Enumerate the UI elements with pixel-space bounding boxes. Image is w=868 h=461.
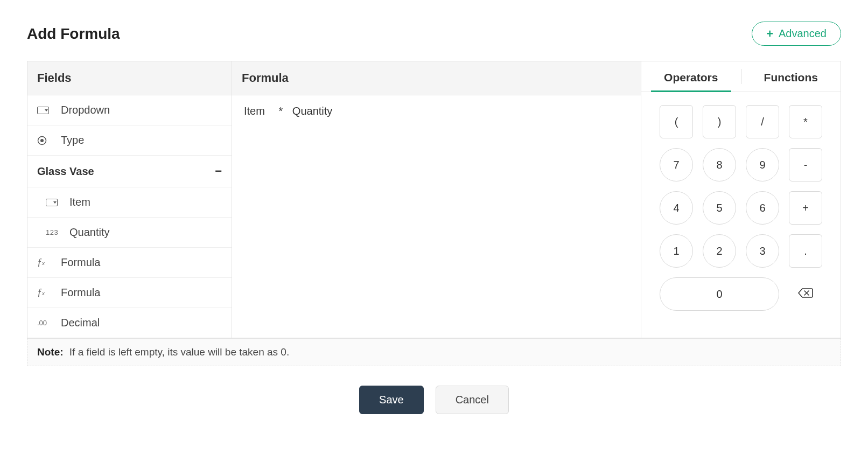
tab-functions[interactable]: Functions [741,61,841,92]
key-6[interactable]: 6 [746,191,779,225]
field-item[interactable]: Item [27,187,232,218]
backspace-icon [798,288,813,301]
fields-header: Fields [27,61,232,95]
page-title: Add Formula [27,25,120,43]
keypad: ( ) / * 7 8 9 - 4 5 6 + 1 2 3 . 0 [641,92,841,326]
operators-column: Operators Functions ( ) / * 7 8 9 - 4 5 … [641,61,841,338]
dropdown-icon [37,107,52,114]
key-rparen[interactable]: ) [703,105,736,138]
formula-token: Quantity [292,105,332,117]
fx-icon: ƒx [37,257,52,268]
right-tabs: Operators Functions [641,61,841,92]
group-label: Glass Vase [37,165,94,178]
key-1[interactable]: 1 [660,234,693,268]
key-plus[interactable]: + [789,191,822,225]
svg-point-2 [40,139,44,142]
decimal-icon: .00 [37,319,52,327]
fields-column: Fields Dropdown Type Glass Vase − Item 1… [27,61,232,338]
formula-token: Item [244,105,265,117]
formula-header: Formula [232,61,641,95]
field-type[interactable]: Type [27,125,232,156]
key-backspace[interactable] [789,277,822,311]
field-formula-1[interactable]: ƒx Formula [27,248,232,278]
plus-icon: + [766,28,773,40]
key-3[interactable]: 3 [746,234,779,268]
dropdown-icon [46,199,61,206]
key-4[interactable]: 4 [660,191,693,225]
note-label: Note: [37,346,64,358]
key-7[interactable]: 7 [660,148,693,181]
key-divide[interactable]: / [746,105,779,138]
key-0[interactable]: 0 [660,277,779,311]
field-label: Quantity [69,226,109,239]
save-button[interactable]: Save [359,386,424,414]
field-label: Item [69,196,90,208]
key-multiply[interactable]: * [789,105,822,138]
note-text: If a field is left empty, its value will… [69,346,289,358]
field-label: Dropdown [61,104,110,116]
field-label: Formula [61,256,100,269]
field-dropdown[interactable]: Dropdown [27,95,232,125]
note-bar: Note: If a field is left empty, its valu… [27,338,841,366]
formula-operator: * [278,105,283,117]
formula-panel: Fields Dropdown Type Glass Vase − Item 1… [27,61,841,338]
fx-icon: ƒx [37,287,52,298]
field-group-glass-vase[interactable]: Glass Vase − [27,156,232,187]
field-formula-2[interactable]: ƒx Formula [27,278,232,308]
collapse-icon: − [215,164,222,178]
number-icon: 123 [46,228,61,236]
cancel-button[interactable]: Cancel [436,386,509,414]
field-quantity[interactable]: 123 Quantity [27,218,232,248]
field-label: Formula [61,287,100,299]
key-9[interactable]: 9 [746,148,779,181]
key-5[interactable]: 5 [703,191,736,225]
tab-operators[interactable]: Operators [641,61,741,92]
field-label: Type [61,134,84,146]
key-lparen[interactable]: ( [660,105,693,138]
radio-icon [37,136,52,145]
footer-actions: Save Cancel [27,386,841,414]
key-minus[interactable]: - [789,148,822,181]
formula-editor[interactable]: Item * Quantity [232,95,641,127]
formula-column: Formula Item * Quantity [232,61,641,338]
key-2[interactable]: 2 [703,234,736,268]
field-label: Decimal [61,317,100,329]
key-8[interactable]: 8 [703,148,736,181]
field-decimal[interactable]: .00 Decimal [27,308,232,338]
advanced-label: Advanced [779,27,827,40]
key-dot[interactable]: . [789,234,822,268]
advanced-button[interactable]: + Advanced [752,22,841,46]
